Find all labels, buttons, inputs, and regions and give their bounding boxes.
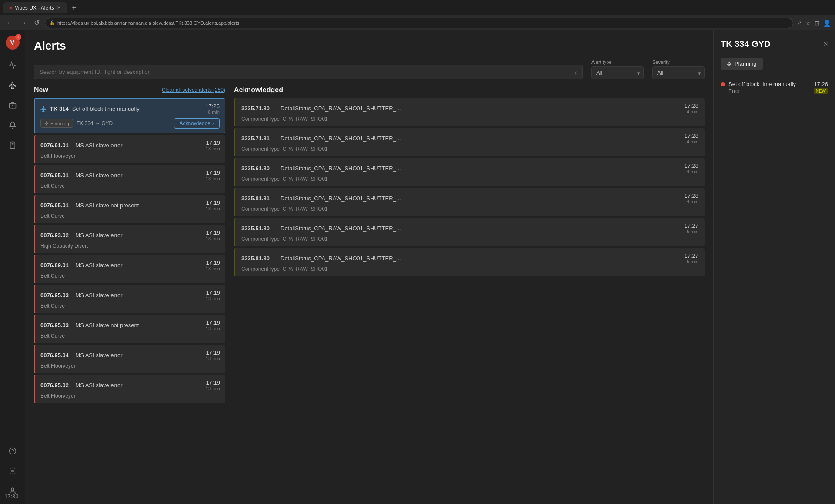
flight-icon bbox=[40, 106, 47, 112]
alert-location: Belt Curve bbox=[40, 303, 220, 309]
ack-alert-item[interactable]: 3235.71.80 DetailStatus_CPA_RAW_SHO01_SH… bbox=[234, 98, 705, 126]
panel-alert-badge: NEW bbox=[814, 88, 828, 94]
panel-alert-meta: 17:26 NEW bbox=[814, 81, 828, 94]
acknowledge-button[interactable]: Acknowledge › bbox=[174, 118, 220, 129]
alert-id-name: 0076.95.01 LMS ASI slave error bbox=[40, 172, 123, 179]
alert-item[interactable]: 0076.95.03 LMS ASI slave error 17:19 13 … bbox=[34, 285, 225, 313]
new-tab-button[interactable]: + bbox=[69, 4, 80, 12]
split-view-icon[interactable]: ⊡ bbox=[815, 20, 820, 27]
alert-location: Belt Floorveyor bbox=[40, 153, 220, 159]
ack-age: 4 min bbox=[684, 169, 698, 174]
ack-item-id: 3235.61.80 bbox=[241, 165, 281, 172]
alert-action-left: Planning TK 334 → GYD bbox=[40, 119, 113, 128]
alert-item[interactable]: 0076.89.01 LMS ASI slave error 17:19 13 … bbox=[34, 255, 225, 283]
active-tab[interactable]: ● Vibes UX - Alerts ✕ bbox=[3, 2, 67, 13]
ack-item-desc: DetailStatus_CPA_RAW_SHO01_SHUTTER_... bbox=[281, 165, 684, 172]
sidebar-item-alerts[interactable] bbox=[5, 117, 20, 133]
search-input[interactable] bbox=[34, 65, 583, 79]
sidebar-bottom bbox=[5, 443, 20, 499]
alert-id-name: 0076.93.02 LMS ASI slave error bbox=[40, 232, 123, 239]
alert-item[interactable]: 0076.91.01 LMS ASI slave error 17:19 13 … bbox=[34, 135, 225, 163]
app-layout: V 1 Alerts bbox=[0, 30, 835, 504]
sidebar-item-reports[interactable] bbox=[5, 137, 20, 153]
page-title: Alerts bbox=[34, 39, 705, 53]
ack-alert-item[interactable]: 3235.81.80 DetailStatus_CPA_RAW_SHO01_SH… bbox=[234, 248, 705, 276]
alert-item[interactable]: 0076.95.03 LMS ASI slave not present 17:… bbox=[34, 315, 225, 343]
alert-type-filter: Alert type All Error Warning Info ▾ bbox=[591, 60, 644, 79]
panel-close-button[interactable]: × bbox=[823, 40, 828, 49]
sidebar-item-settings[interactable] bbox=[5, 463, 20, 479]
severity-label: Severity bbox=[652, 60, 705, 65]
ack-item-desc: DetailStatus_CPA_RAW_SHO01_SHUTTER_... bbox=[281, 195, 684, 202]
panel-alert-item[interactable]: Set off block time manually Error 17:26 … bbox=[721, 76, 828, 99]
alert-id-name: 0076.89.01 LMS ASI slave error bbox=[40, 262, 123, 269]
new-column-header: New Clear all solved alerts (250) bbox=[34, 86, 225, 94]
ack-time-wrap: 17:27 5 min bbox=[684, 222, 698, 234]
alert-item-id: TK 314 bbox=[50, 106, 69, 112]
sidebar-item-activity[interactable] bbox=[5, 57, 20, 73]
alert-location: Belt Curve bbox=[40, 213, 220, 219]
clear-solved-link[interactable]: Clear all solved alerts (250) bbox=[162, 87, 225, 93]
alert-time-wrap: 17:19 13 min bbox=[206, 379, 220, 391]
ack-alert-item[interactable]: 3235.81.81 DetailStatus_CPA_RAW_SHO01_SH… bbox=[234, 188, 705, 216]
alert-time: 17:19 bbox=[206, 229, 220, 236]
alert-age: 13 min bbox=[206, 236, 220, 241]
ack-item-desc: DetailStatus_CPA_RAW_SHO01_SHUTTER_... bbox=[281, 135, 684, 142]
planning-tab-icon bbox=[727, 61, 732, 66]
forward-button[interactable]: → bbox=[18, 17, 29, 29]
planning-label: Planning bbox=[50, 121, 69, 126]
acknowledged-column: Acknowledged 3235.71.80 DetailStatus_CPA… bbox=[234, 86, 705, 405]
tab-title: Vibes UX - Alerts bbox=[15, 5, 54, 11]
alert-item[interactable]: 0076.95.04 LMS ASI slave error 17:19 13 … bbox=[34, 345, 225, 373]
search-wrapper: ⌕ bbox=[34, 65, 583, 79]
alert-type-select[interactable]: All Error Warning Info bbox=[591, 66, 644, 79]
planning-tab-label: Planning bbox=[735, 60, 757, 67]
ack-column-header: Acknowledged bbox=[234, 86, 705, 94]
alert-item-id: 0076.95.03 bbox=[40, 322, 69, 328]
back-button[interactable]: ← bbox=[4, 17, 15, 29]
planning-icon bbox=[44, 121, 49, 126]
logo-text: V bbox=[10, 39, 14, 46]
ack-time: 17:28 bbox=[684, 103, 698, 109]
alert-item-id: 0076.89.01 bbox=[40, 262, 69, 269]
panel-tab-bar: Planning bbox=[721, 58, 828, 70]
alert-item-top: 0076.91.01 LMS ASI slave error 17:19 13 … bbox=[40, 139, 220, 151]
alert-id-name: 0076.91.01 LMS ASI slave error bbox=[40, 142, 123, 149]
share-icon[interactable]: ↗ bbox=[797, 20, 802, 27]
ack-column-title: Acknowledged bbox=[234, 86, 283, 94]
bookmark-icon[interactable]: ☆ bbox=[805, 20, 811, 27]
profile-icon[interactable]: 👤 bbox=[823, 20, 831, 27]
ack-alert-item[interactable]: 3235.51.80 DetailStatus_CPA_RAW_SHO01_SH… bbox=[234, 218, 705, 246]
ack-item-top: 3235.81.80 DetailStatus_CPA_RAW_SHO01_SH… bbox=[241, 252, 698, 264]
alert-item[interactable]: 0076.95.01 LMS ASI slave error 17:19 13 … bbox=[34, 165, 225, 193]
search-icon[interactable]: ⌕ bbox=[575, 69, 578, 76]
alert-id-name: 0076.95.03 LMS ASI slave not present bbox=[40, 322, 139, 328]
tab-close-button[interactable]: ✕ bbox=[57, 5, 61, 10]
alert-item[interactable]: 0076.95.01 LMS ASI slave not present 17:… bbox=[34, 195, 225, 223]
ack-sub: ComponentType_CPA_RAW_SHO01 bbox=[241, 236, 698, 242]
alert-time: 17:19 bbox=[206, 139, 220, 146]
ack-item-top: 3235.61.80 DetailStatus_CPA_RAW_SHO01_SH… bbox=[241, 162, 698, 174]
alert-time: 17:19 bbox=[206, 379, 220, 386]
address-bar[interactable]: 🔒 https://vibes.ux.bbi.ab.bbb.annannanna… bbox=[45, 18, 793, 28]
ack-alert-item[interactable]: 3235.61.80 DetailStatus_CPA_RAW_SHO01_SH… bbox=[234, 158, 705, 186]
sidebar-item-flights[interactable] bbox=[5, 77, 20, 93]
ack-item-id: 3235.81.81 bbox=[241, 195, 281, 202]
browser-chrome: ● Vibes UX - Alerts ✕ + ← → ↺ 🔒 https://… bbox=[0, 0, 835, 30]
alert-age: 13 min bbox=[206, 266, 220, 271]
refresh-button[interactable]: ↺ bbox=[32, 17, 41, 29]
sidebar-logo: V 1 bbox=[6, 36, 20, 50]
sidebar-item-baggage[interactable] bbox=[5, 97, 20, 113]
severity-select[interactable]: All High Medium Low bbox=[652, 66, 705, 79]
alert-item[interactable]: 0076.93.02 LMS ASI slave error 17:19 13 … bbox=[34, 225, 225, 253]
alert-time-wrap: 17:19 13 min bbox=[206, 259, 220, 271]
ack-alert-item[interactable]: 3235.71.81 DetailStatus_CPA_RAW_SHO01_SH… bbox=[234, 128, 705, 156]
alert-item-id: 0076.95.01 bbox=[40, 172, 69, 179]
ack-age: 4 min bbox=[684, 199, 698, 204]
alert-location: Belt Curve bbox=[40, 273, 220, 279]
sidebar-item-help[interactable] bbox=[5, 443, 20, 459]
alert-item[interactable]: TK 314 Set off block time manually 17:26… bbox=[34, 98, 225, 133]
alert-item[interactable]: 0076.95.02 LMS ASI slave error 17:19 13 … bbox=[34, 375, 225, 403]
alert-time: 17:26 bbox=[205, 103, 220, 109]
panel-tab-planning[interactable]: Planning bbox=[721, 58, 763, 70]
